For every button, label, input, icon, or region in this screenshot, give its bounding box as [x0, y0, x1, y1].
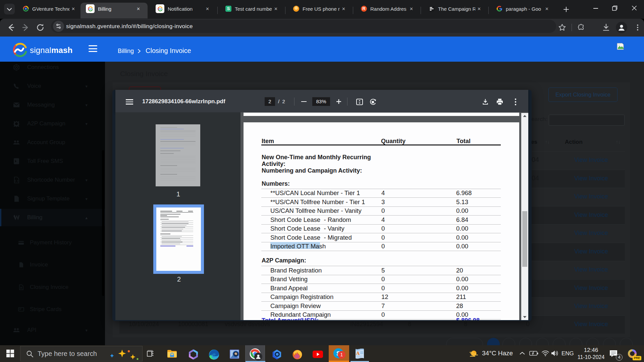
svg-text:A: A: [356, 351, 360, 356]
